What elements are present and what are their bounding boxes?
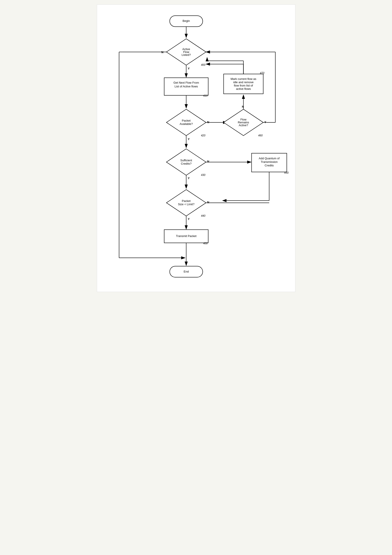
- mark-idle-label1: Mark current flow as: [231, 77, 256, 80]
- packet-available-label2: Available?: [180, 122, 193, 125]
- add-quantum-label3: Credits: [264, 164, 274, 167]
- mark-idle-label3: flow from list of: [234, 84, 253, 87]
- mark-idle-label4: active flows: [236, 87, 251, 90]
- packet-available-label1: Packet: [182, 119, 191, 122]
- sufficient-credits-n-label: N: [207, 160, 209, 163]
- sufficient-credits-label2: Credits?: [181, 162, 191, 165]
- get-next-flow-label2: List of Active flows: [174, 85, 198, 88]
- node-430-label: 430: [201, 174, 205, 176]
- transmit-packet-label: Transmit Packet: [176, 234, 196, 238]
- node-transmit-400-label: 400: [203, 242, 207, 245]
- flowchart-container: Begin Active Flow Listed? 400 N Y Get Ne…: [97, 4, 295, 292]
- active-flow-y-label: Y: [188, 67, 190, 70]
- begin-label: Begin: [182, 19, 190, 22]
- add-quantum-label1: Add Quantum of: [259, 157, 280, 160]
- node-460-label: 460: [258, 134, 262, 137]
- add-quantum-label2: Transmission: [261, 160, 277, 163]
- node-400-label: 400: [201, 63, 205, 66]
- sufficient-credits-label1: Sufficient: [180, 159, 192, 162]
- get-next-flow-label1: Get Next Flow From: [173, 81, 199, 84]
- node-420-label: 420: [201, 134, 205, 137]
- packet-available-n-label: N: [207, 120, 209, 124]
- end-label: End: [183, 270, 189, 273]
- flow-remains-label3: Active?: [239, 124, 248, 127]
- packet-available-y-label: Y: [188, 138, 190, 141]
- mark-idle-label2: idle and remove: [233, 80, 254, 84]
- node-450-label: 450: [284, 171, 289, 174]
- packet-size-y-label: Y: [188, 217, 190, 221]
- packet-size-label1: Packet: [182, 199, 191, 203]
- node-470-label: 470: [260, 72, 264, 75]
- active-flow-label3: Listed?: [181, 53, 191, 57]
- packet-size-n-label: N: [207, 201, 209, 204]
- node-410-label: 410: [203, 94, 207, 97]
- sufficient-credits-y-label: Y: [188, 176, 190, 180]
- node-440-label: 440: [201, 214, 205, 217]
- packet-size-label2: Size < Limit?: [178, 203, 194, 206]
- flow-remains-y-label: Y: [264, 120, 266, 124]
